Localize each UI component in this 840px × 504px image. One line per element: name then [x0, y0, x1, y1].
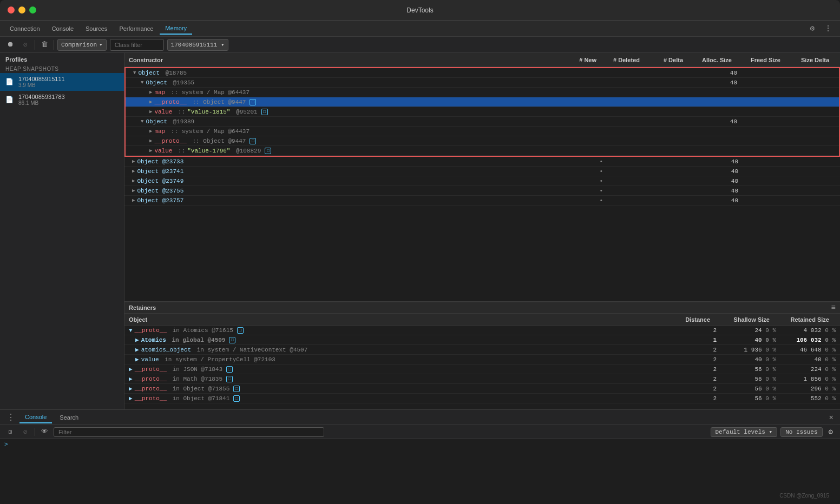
ret-row[interactable]: ▶ __proto__ in JSON @71843 □ 2 56 0 % 22… — [124, 364, 840, 374]
tab-memory[interactable]: Memory — [160, 23, 192, 35]
menu-icon[interactable]: ⋮ — [822, 23, 835, 34]
expand-icon[interactable]: ▶ — [129, 375, 133, 382]
stop-button[interactable]: ⊘ — [19, 39, 31, 51]
link-icon[interactable]: □ — [265, 148, 271, 154]
tab-connection[interactable]: Connection — [4, 23, 45, 34]
ret-row[interactable]: ▶ atomics_object in system / NativeConte… — [124, 345, 840, 355]
record-button[interactable]: ⏺ — [4, 39, 16, 51]
ret-row[interactable]: ▶ Atomics in global @4509 □ 1 40 0 % 106… — [124, 335, 840, 345]
main-layout: Profiles HEAP SNAPSHOTS 📄 17040085915111… — [0, 53, 840, 409]
top-tabs: Connection Console Sources Performance M… — [0, 21, 840, 37]
console-filter-input[interactable] — [54, 427, 324, 437]
ret-row[interactable]: ▶ value in system / PropertyCell @72103 … — [124, 355, 840, 364]
table-row[interactable]: ▼ Object @19355 40 — [126, 78, 839, 88]
link-icon[interactable]: □ — [226, 376, 233, 382]
table-row[interactable]: ▼ Object @18785 40 — [126, 68, 839, 78]
link-icon[interactable]: □ — [229, 337, 235, 343]
minimize-button[interactable] — [18, 6, 25, 14]
link-icon[interactable]: □ — [226, 366, 233, 373]
tab-performance[interactable]: Performance — [114, 23, 159, 34]
expand-icon[interactable]: ▶ — [149, 138, 152, 144]
ret-row[interactable]: ▶ __proto__ in Math @71835 □ 2 56 0 % 1 … — [124, 374, 840, 384]
table-row[interactable]: ▶ Object @23757 • 40 — [124, 196, 840, 205]
expand-icon[interactable]: ▶ — [132, 188, 135, 194]
ret-row[interactable]: ▶ __proto__ in Object @71841 □ 2 56 0 % … — [124, 394, 840, 403]
expand-icon[interactable]: ▼ — [129, 327, 133, 334]
console-toolbar: ⊡ ⊘ 👁 Default levels ▾ No Issues ⚙ — [0, 425, 840, 439]
expand-icon[interactable]: ▶ — [135, 346, 139, 353]
tab-console-label: Console — [52, 25, 74, 32]
expand-icon[interactable]: ▶ — [129, 385, 133, 392]
console-tab-dots[interactable]: ⋮ — [4, 412, 17, 423]
title-bar: DevTools — [0, 0, 840, 21]
retainers-body[interactable]: ▼ __proto__ in Atomics @71615 □ 2 24 0 %… — [124, 326, 840, 409]
maximize-button[interactable] — [29, 6, 36, 14]
link-icon[interactable]: □ — [233, 395, 240, 402]
snapshot1-name: 17040085915111 — [18, 76, 65, 82]
table-row[interactable]: ▶ __proto__ :: Object @9447 □ — [126, 136, 839, 146]
table-row[interactable]: ▶ Object @23755 • 40 — [124, 186, 840, 196]
table-row[interactable]: ▼ Object @19389 40 — [126, 117, 839, 127]
expand-icon[interactable]: ▼ — [141, 119, 143, 124]
console-close-button[interactable]: ✕ — [827, 413, 836, 422]
expand-icon[interactable]: ▼ — [141, 80, 143, 85]
table-row[interactable]: ▶ Object @23741 • 40 — [124, 167, 840, 176]
expand-icon[interactable]: ▶ — [149, 99, 152, 105]
retainers-menu-icon[interactable]: ≡ — [831, 303, 836, 312]
expand-icon[interactable]: ▶ — [149, 148, 152, 154]
tab-console-bottom[interactable]: Console — [19, 412, 52, 423]
default-levels-button[interactable]: Default levels ▾ — [711, 427, 778, 437]
expand-icon[interactable]: ▶ — [135, 336, 139, 343]
link-icon[interactable]: □ — [233, 386, 240, 392]
expand-icon[interactable]: ▶ — [149, 89, 152, 95]
console-stop-button[interactable]: ⊘ — [19, 426, 31, 438]
expand-icon[interactable]: ▶ — [149, 128, 152, 134]
console-settings-icon[interactable]: ⚙ — [826, 426, 836, 437]
table-row[interactable]: ▶ map :: system / Map @64437 — [126, 127, 839, 136]
expand-icon[interactable]: ▶ — [132, 178, 135, 184]
settings-icon[interactable]: ⚙ — [808, 23, 817, 34]
snapshot-icon-2: 📄 — [5, 96, 14, 104]
expand-icon[interactable]: ▶ — [129, 395, 133, 402]
ret-row[interactable]: ▼ __proto__ in Atomics @71615 □ 2 24 0 %… — [124, 326, 840, 335]
expand-icon[interactable]: ▶ — [132, 197, 135, 203]
expand-icon[interactable]: ▶ — [132, 168, 135, 174]
ret-row[interactable]: ▶ __proto__ in Object @71855 □ 2 56 0 % … — [124, 384, 840, 394]
console-clear-button[interactable]: ⊡ — [4, 426, 16, 438]
comparison-label: Comparison — [61, 42, 97, 48]
delete-button[interactable]: 🗑 — [38, 39, 50, 51]
expand-icon[interactable]: ▶ — [149, 109, 152, 115]
expand-icon[interactable]: ▶ — [129, 366, 133, 373]
table-row[interactable]: ▶ Object @23733 • 40 — [124, 157, 840, 167]
link-icon[interactable]: □ — [237, 327, 244, 334]
console-body[interactable]: > — [0, 439, 840, 504]
th-size-delta: Size Delta — [785, 57, 834, 63]
sidebar-item-snapshot2[interactable]: 📄 17040085931783 86.1 MB — [0, 91, 124, 109]
dropdown-arrow-icon: ▾ — [99, 41, 103, 48]
link-icon[interactable]: □ — [261, 109, 268, 115]
tab-memory-label: Memory — [165, 25, 187, 31]
console-eye-button[interactable]: 👁 — [38, 426, 50, 438]
tab-connection-label: Connection — [10, 25, 40, 32]
table-row-selected[interactable]: ▶ __proto__ :: Object @9447 □ — [126, 97, 839, 107]
ret-th-object: Object — [124, 316, 671, 323]
retainers-section: Retainers ≡ Object Distance Shallow Size… — [124, 301, 840, 409]
expand-icon[interactable]: ▶ — [132, 158, 135, 164]
tab-sources[interactable]: Sources — [80, 23, 113, 34]
constructor-table-body[interactable]: ▼ Object @18785 40 ▼ Object — [124, 67, 840, 301]
close-button[interactable] — [8, 6, 15, 14]
expand-icon[interactable]: ▼ — [133, 70, 136, 76]
tab-console[interactable]: Console — [47, 23, 79, 34]
class-filter-input[interactable] — [110, 39, 164, 51]
expand-icon[interactable]: ▶ — [135, 356, 139, 363]
sidebar-item-snapshot1[interactable]: 📄 17040085915111 3.9 MB — [0, 73, 124, 91]
table-row[interactable]: ▶ value :: "value-1815" @95201 □ — [126, 107, 839, 117]
tab-search[interactable]: Search — [54, 412, 84, 423]
table-row[interactable]: ▶ map :: system / Map @64437 — [126, 88, 839, 97]
table-row[interactable]: ▶ value :: "value-1796" @108829 □ — [126, 146, 839, 156]
link-icon[interactable]: □ — [250, 138, 256, 144]
snapshot-dropdown[interactable]: 1704085915111 ▾ — [167, 39, 228, 51]
comparison-dropdown[interactable]: Comparison ▾ — [57, 39, 107, 51]
table-row[interactable]: ▶ Object @23749 • 40 — [124, 176, 840, 186]
link-icon[interactable]: □ — [250, 99, 256, 105]
